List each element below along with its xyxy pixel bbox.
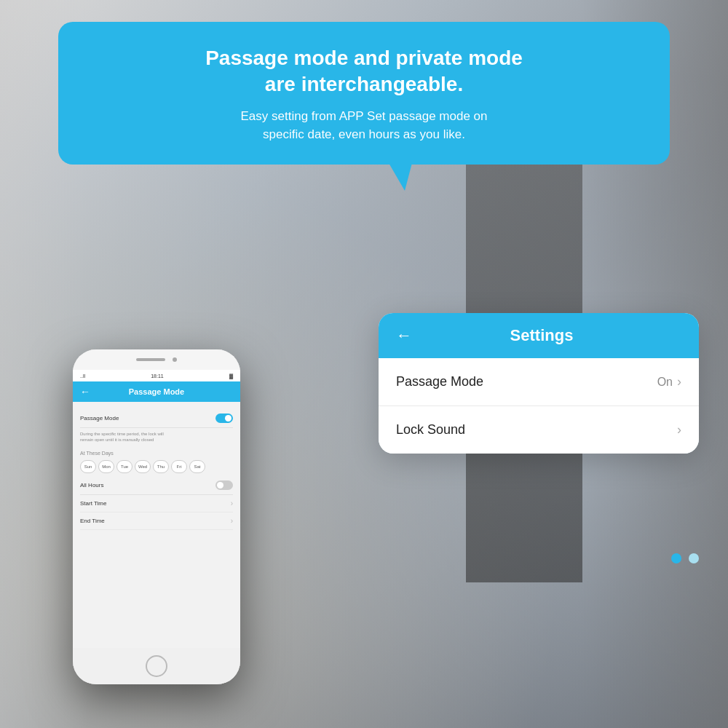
speech-bubble-title: Passage mode and private mode are interc…	[87, 45, 641, 98]
settings-passage-mode-value: On ›	[657, 374, 681, 389]
day-mon[interactable]: Mon	[98, 460, 114, 473]
day-fri[interactable]: Fri	[171, 460, 187, 473]
settings-passage-mode-on: On	[657, 376, 673, 389]
start-time-row[interactable]: Start Time ›	[80, 495, 233, 513]
speech-bubble: Passage mode and private mode are interc…	[58, 22, 670, 165]
status-bar: ..ll 18:11 ▓	[73, 370, 240, 381]
phone-home-area	[73, 648, 240, 684]
settings-lock-sound-chevron-icon: ›	[677, 422, 681, 438]
all-hours-toggle[interactable]	[215, 480, 233, 490]
app-back-button[interactable]: ←	[80, 386, 90, 397]
all-hours-row: All Hours	[80, 476, 233, 495]
signal-icon: ..ll	[80, 373, 85, 379]
app-header: ← Passage Mode	[73, 381, 240, 402]
settings-back-button[interactable]: ←	[396, 326, 412, 345]
day-sun[interactable]: Sun	[80, 460, 96, 473]
settings-passage-mode-label: Passage Mode	[396, 374, 483, 389]
settings-card-header: ← Settings	[379, 313, 699, 358]
app-header-title: Passage Mode	[129, 387, 184, 396]
end-time-row[interactable]: End Time ›	[80, 513, 233, 530]
settings-passage-mode-chevron-icon: ›	[677, 374, 681, 389]
pagination-dots	[671, 553, 699, 563]
time-display: 18:11	[151, 373, 164, 379]
phone: ..ll 18:11 ▓ ← Passage Mode Passage Mode…	[73, 349, 240, 684]
passage-mode-label: Passage Mode	[80, 415, 119, 422]
passage-mode-row: Passage Mode	[80, 409, 233, 428]
settings-lock-sound-value: ›	[677, 422, 681, 438]
settings-card-body: Passage Mode On › Lock Sound ›	[379, 358, 699, 454]
settings-passage-mode-row[interactable]: Passage Mode On ›	[379, 358, 699, 406]
app-content: Passage Mode During the specific time pe…	[73, 402, 240, 537]
pagination-dot-1[interactable]	[671, 553, 681, 563]
phone-camera	[173, 357, 177, 362]
at-these-days-label: At These Days	[80, 446, 233, 457]
day-tue[interactable]: Tue	[116, 460, 132, 473]
battery-icon: ▓	[229, 373, 233, 379]
phone-wrapper: ..ll 18:11 ▓ ← Passage Mode Passage Mode…	[73, 349, 240, 684]
start-time-chevron-icon: ›	[231, 499, 233, 507]
end-time-chevron-icon: ›	[231, 517, 233, 525]
days-row: Sun Mon Tue Wed Thu Fri Sat	[80, 457, 233, 476]
phone-speaker	[136, 358, 165, 361]
start-time-label: Start Time	[80, 500, 106, 507]
all-hours-label: All Hours	[80, 482, 103, 488]
day-thu[interactable]: Thu	[153, 460, 169, 473]
speech-bubble-subtitle: Easy setting from APP Set passage mode o…	[87, 107, 641, 144]
home-button[interactable]	[146, 655, 167, 677]
settings-lock-sound-label: Lock Sound	[396, 422, 465, 438]
end-time-label: End Time	[80, 518, 105, 524]
day-wed[interactable]: Wed	[135, 460, 151, 473]
phone-screen: ..ll 18:11 ▓ ← Passage Mode Passage Mode…	[73, 370, 240, 648]
phone-notch	[73, 349, 240, 370]
pagination-dot-2[interactable]	[689, 553, 699, 563]
settings-card: ← Settings Passage Mode On › Lock Sound …	[379, 313, 699, 454]
settings-lock-sound-row[interactable]: Lock Sound ›	[379, 406, 699, 454]
passage-mode-toggle[interactable]	[215, 414, 233, 423]
day-sat[interactable]: Sat	[189, 460, 205, 473]
passage-mode-desc: During the specific time period, the loc…	[80, 428, 233, 446]
settings-card-title: Settings	[424, 326, 681, 345]
